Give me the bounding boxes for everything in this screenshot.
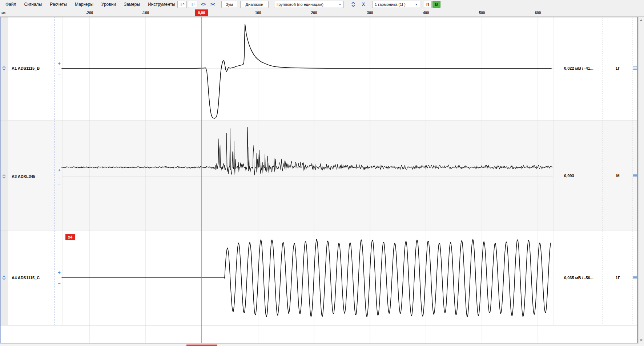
channel-label: A3 ADXL345 bbox=[12, 174, 35, 179]
scroll-up-icon[interactable] bbox=[640, 19, 643, 21]
channel-autoscale-icon[interactable] bbox=[1, 65, 7, 71]
collapse-range-icon[interactable]: >< bbox=[208, 1, 217, 8]
channel-label: A4 ADS1115_C bbox=[12, 276, 40, 280]
toolbar-divider bbox=[174, 1, 174, 8]
channel-drag-handle[interactable] bbox=[632, 274, 637, 281]
harmonic-value: 1 гармоника (1Г) bbox=[375, 2, 406, 7]
grid-decoration bbox=[0, 325, 638, 343]
gain-dot-icon: · bbox=[57, 276, 62, 280]
channel-unit: 1Г bbox=[610, 66, 626, 70]
gain-plus-icon[interactable]: + bbox=[57, 168, 62, 172]
channel-unit: М bbox=[610, 174, 626, 178]
gain-minus-icon[interactable]: − bbox=[57, 281, 62, 286]
waveform-canvas[interactable] bbox=[0, 17, 638, 344]
scroll-down-icon[interactable] bbox=[640, 339, 643, 341]
menu-levels[interactable]: Уровни bbox=[97, 2, 120, 7]
ruler-tick-label: -200 bbox=[86, 11, 93, 15]
plot-area bbox=[0, 17, 638, 344]
channel-drag-handle[interactable] bbox=[632, 172, 637, 179]
channel-autoscale-icon[interactable] bbox=[1, 174, 7, 179]
cursor-time-badge[interactable]: 0,00 bbox=[195, 9, 208, 16]
gain-dot-icon: · bbox=[57, 175, 62, 179]
ruler-tick-label: 300 bbox=[367, 11, 373, 15]
clear-fit-icon[interactable]: X bbox=[359, 1, 368, 8]
t0-sub: 0 bbox=[183, 3, 184, 6]
expand-range-icon[interactable]: <> bbox=[199, 1, 208, 8]
ti-button[interactable]: Ti bbox=[188, 1, 197, 8]
gain-plus-icon[interactable]: + bbox=[57, 270, 62, 275]
group-mode-select[interactable]: Групповой (по единицам) ▼ bbox=[274, 1, 344, 8]
toolbar-divider bbox=[422, 1, 422, 8]
channel-autoscale-icon[interactable] bbox=[1, 275, 7, 281]
menu-markers[interactable]: Маркеры bbox=[71, 2, 97, 7]
menu-measurements[interactable]: Замеры bbox=[120, 2, 144, 7]
channel-unit: 1Г bbox=[610, 276, 626, 280]
v-mode-button-active[interactable]: В bbox=[432, 1, 440, 8]
gain-minus-icon[interactable]: − bbox=[57, 72, 62, 76]
chevron-down-icon: ▼ bbox=[339, 3, 341, 6]
range-button[interactable]: Диапазон bbox=[240, 1, 269, 8]
chevron-down-icon: ▼ bbox=[415, 3, 418, 6]
menu-signals[interactable]: Сигналы bbox=[20, 2, 46, 7]
gain-minus-icon[interactable]: − bbox=[57, 182, 62, 186]
ruler-tick-label: 100 bbox=[255, 11, 261, 15]
channel-value: 0,035 мВ / -56... bbox=[564, 276, 593, 280]
ruler-tick-label: 200 bbox=[311, 11, 317, 15]
zoom-button[interactable]: Зум bbox=[221, 1, 237, 8]
toolbar-divider bbox=[370, 1, 370, 8]
ti-sub: i bbox=[194, 3, 194, 6]
grid-decoration bbox=[0, 120, 638, 230]
overview-cursor-marker[interactable] bbox=[186, 345, 217, 346]
channel-drag-handle[interactable] bbox=[632, 65, 637, 72]
overview-strip[interactable] bbox=[0, 344, 644, 346]
autoscale-vertical-icon[interactable] bbox=[349, 1, 358, 8]
ti-label: T bbox=[191, 2, 193, 7]
harmonic-select[interactable]: 1 гармоника (1Г) ▼ bbox=[372, 1, 420, 8]
t0-label: T bbox=[180, 2, 182, 7]
menu-bar: Файл Сигналы Расчеты Маркеры Уровни Заме… bbox=[0, 0, 644, 9]
p-mode-button[interactable]: П bbox=[424, 1, 432, 8]
vertical-scrollbar[interactable] bbox=[638, 17, 644, 344]
updown-arrows-icon bbox=[351, 1, 355, 7]
channel-value: 0,993 bbox=[564, 174, 574, 178]
t0-button[interactable]: T0 bbox=[177, 1, 187, 8]
ruler-tick-label: 600 bbox=[535, 11, 541, 15]
channel-value: 0,022 мВ / -41... bbox=[564, 66, 593, 70]
timeline-ruler[interactable]: мс -200-100100200300400500600 0,00 bbox=[0, 9, 644, 17]
menu-calculations[interactable]: Расчеты bbox=[46, 2, 71, 7]
gain-dot-icon: · bbox=[57, 67, 62, 71]
ruler-tick-label: 500 bbox=[479, 11, 485, 15]
toolbar-divider bbox=[271, 1, 271, 8]
scale-multiplier-badge: x4 bbox=[65, 234, 75, 240]
channel-label: A1 ADS1115_B bbox=[12, 66, 40, 70]
ruler-unit-label: мс bbox=[1, 11, 6, 15]
toolbar-divider bbox=[219, 1, 219, 8]
menu-file[interactable]: Файл bbox=[1, 2, 20, 7]
ruler-tick-label: -100 bbox=[142, 11, 149, 15]
group-mode-value: Групповой (по единицам) bbox=[277, 2, 323, 7]
ruler-tick-label: 400 bbox=[423, 11, 429, 15]
gain-plus-icon[interactable]: + bbox=[57, 61, 62, 66]
